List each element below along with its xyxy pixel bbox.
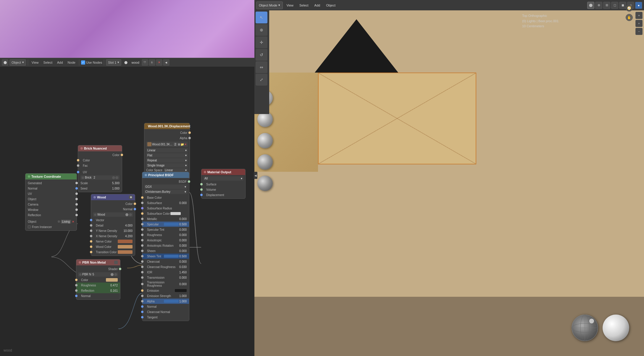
close-icon[interactable]: ✕ [156, 59, 162, 66]
transition-color-socket [90, 251, 92, 253]
zoom-in-icon[interactable]: + [635, 20, 643, 27]
view-menu-btn[interactable]: View [284, 1, 296, 9]
add-menu[interactable]: Add [55, 59, 65, 66]
image-thumb [147, 142, 151, 146]
uv-input: UV [78, 169, 122, 175]
node-opt[interactable] [114, 261, 118, 264]
pbr-color-swatch[interactable] [106, 278, 118, 282]
pbr-normal-row: Normal [76, 293, 120, 299]
generated-output: Generated [25, 180, 77, 186]
move-tool[interactable]: ✛ [256, 36, 267, 48]
uv-output: UV [25, 191, 77, 196]
node-title: Brick Nuanced [84, 147, 107, 150]
object-mode-dropdown[interactable]: Object Mode ▾ [256, 1, 283, 9]
object-menu-btn[interactable]: Object [324, 1, 338, 9]
checkbox-icon: ✓ [81, 60, 85, 65]
material-output-header: Material Output [201, 169, 245, 175]
bsdf-socket [188, 180, 190, 183]
scene-name: (0) Lights | Beer.proc.001 [522, 19, 559, 24]
object-output: Object [25, 196, 77, 202]
x-nerve-row: X Nerve Density 4.200 [91, 233, 135, 239]
spec-tint-socket [141, 228, 143, 231]
bsdf-normal-socket [141, 305, 143, 308]
base-color-socket [141, 196, 143, 199]
vector-input: Vector [91, 217, 135, 223]
3d-tools: ↖ ⊕ ✛ ↺ ⇔ ⤢ [254, 10, 269, 114]
subsurface-color-row: Subsurface Color [142, 211, 189, 216]
separator2 [79, 60, 79, 65]
hand-icon[interactable]: ✋ [626, 14, 633, 21]
subs-color-swatch[interactable] [170, 212, 181, 215]
aniso-socket [141, 239, 143, 241]
view-name: Top Orthographic [522, 13, 559, 19]
view-menu[interactable]: View [30, 59, 41, 66]
cursor-tool[interactable]: ⊕ [256, 24, 267, 36]
viewport-shading-icon[interactable]: ⬤ [587, 2, 594, 9]
shading-mode-4[interactable]: ● [635, 2, 642, 9]
scale-tool[interactable]: ⇔ [256, 61, 267, 73]
emission-strength-row: Emission Strength 1.000 [142, 293, 189, 299]
normal-output: Normal [25, 186, 77, 191]
node-title: Wood [97, 195, 106, 199]
zoom-fit-icon[interactable]: ⌖ [635, 12, 643, 19]
nerve-color-swatch[interactable] [118, 240, 133, 243]
nerve-color-socket [90, 240, 92, 243]
sheen-tint-socket [141, 255, 143, 257]
brick-value: 2 [93, 176, 95, 179]
gizmo-icon[interactable]: ⊞ [603, 2, 610, 9]
pbr-normal-socket [75, 295, 78, 297]
node-editor-toolbar: ⬤ Object ▾ View Select Add Node ✓ Use No… [0, 58, 254, 67]
specular-tint-row: Specular Tint 0.000 [142, 227, 189, 232]
detail-row: Detail 4.000 [91, 223, 135, 228]
wood-color-swatch[interactable] [118, 245, 133, 248]
navigate-icon[interactable]: 🧭 [626, 4, 633, 12]
select-menu[interactable]: Select [41, 59, 54, 66]
shading-mode-2[interactable]: ◼ [619, 2, 626, 9]
node-title: PBR Non-Metal [82, 261, 106, 264]
cc-normal-socket [141, 311, 143, 313]
image-select-row: Wood.001.3K... 2 ⊞ 📁 ✕ [144, 141, 190, 148]
select-tool[interactable]: ↖ [256, 12, 267, 23]
shield-icon[interactable]: 🛡 [142, 59, 148, 66]
specular-row: Specular 0.500 [142, 222, 189, 227]
emission-swatch[interactable] [175, 289, 187, 292]
extension-row: Repeat ▾ [144, 158, 190, 163]
add-menu-btn[interactable]: Add [312, 1, 323, 9]
sphere-icon[interactable]: ⬤ [122, 59, 129, 66]
interpolation-row: Linear ▾ [144, 148, 190, 153]
copy-icon[interactable]: ⎘ [149, 59, 155, 66]
subsurface-row: Subsurface 0.000 [142, 200, 189, 206]
nerve-color-row: Nerve Color [91, 239, 135, 244]
transform-tool[interactable]: ⤢ [256, 74, 267, 86]
use-nodes-toggle[interactable]: ✓ Use Nodes [81, 60, 102, 65]
source-row: Single Image ▾ [144, 163, 190, 168]
transition-color-row: Transition Color [91, 249, 135, 255]
texture-coordinate-header: Texture Coordinate [25, 174, 77, 179]
subsurface-radius-row: Subsurface Radius [142, 206, 189, 211]
arrow-icon[interactable]: ◀ [163, 59, 170, 66]
slot-dropdown[interactable]: Slot 1 ▾ [106, 59, 121, 66]
node-options[interactable]: ⚙ [129, 195, 133, 199]
zoom-out-icon[interactable]: − [635, 28, 643, 35]
sheen-row: Sheen 0.000 [142, 248, 189, 254]
transition-color-swatch[interactable] [118, 250, 133, 254]
shading-mode-1[interactable]: ◻ [611, 2, 618, 9]
node-menu[interactable]: Node [66, 59, 77, 66]
viewport-header: Object Mode ▾ View Select Add Object ⬤ ⊕… [254, 0, 644, 10]
editor-type-icon[interactable]: ⬤ [2, 59, 8, 66]
rotate-tool[interactable]: ↺ [256, 49, 267, 61]
color-input: Color [78, 158, 122, 163]
transmission-rough-row: Transmission Roughness 0.000 [142, 280, 189, 288]
pbr-roughness-row: Roughness 0.472 [76, 283, 120, 288]
sheen-tint-row: Sheen Tint 0.500 [142, 254, 189, 259]
uv-socket [77, 171, 79, 173]
object-dropdown[interactable]: Object ▾ [9, 59, 26, 66]
overlay-icon[interactable]: ⊕ [595, 2, 602, 9]
wood-color-row: Wood Color [91, 244, 135, 249]
preview-sphere-mat [572, 315, 598, 341]
collapse-arrow[interactable]: ◀ [254, 172, 257, 179]
select-menu-btn[interactable]: Select [297, 1, 311, 9]
tex-color-socket [188, 132, 191, 134]
checkbox[interactable] [28, 225, 31, 228]
separator3 [104, 60, 104, 65]
